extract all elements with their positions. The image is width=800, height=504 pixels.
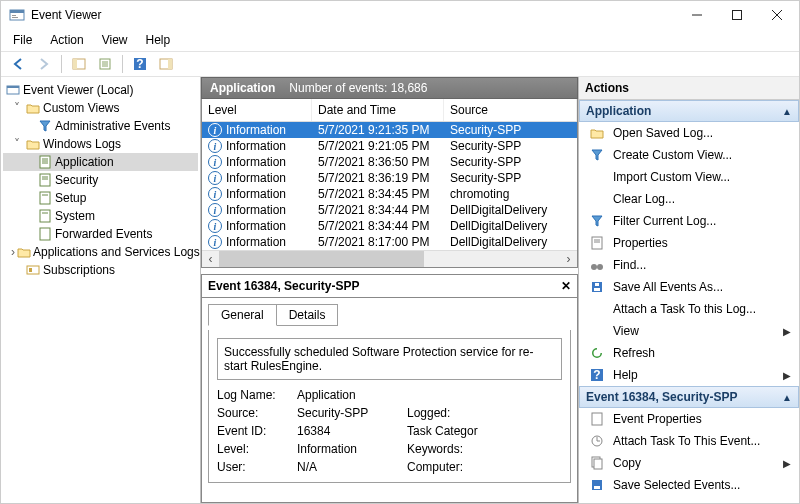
action-create-custom-view[interactable]: Create Custom View... (579, 144, 799, 166)
cell-datetime: 5/7/2021 8:34:45 PM (312, 186, 444, 202)
info-icon: i (208, 139, 222, 153)
action-event-properties[interactable]: Event Properties (579, 408, 799, 430)
detail-title: Event 16384, Security-SPP (208, 279, 359, 293)
menu-view[interactable]: View (94, 31, 136, 49)
center-pane: Application Number of events: 18,686 Lev… (201, 77, 579, 503)
cell-level: Information (226, 235, 286, 249)
cell-source: chromoting (444, 186, 577, 202)
tree-admin-events[interactable]: Administrative Events (3, 117, 198, 135)
tab-general[interactable]: General (208, 304, 277, 326)
svg-rect-34 (592, 237, 602, 249)
svg-rect-17 (168, 59, 172, 69)
event-grid[interactable]: Level Date and Time Source iInformation5… (201, 99, 578, 268)
info-icon: i (208, 203, 222, 217)
eventviewer-icon (5, 82, 21, 98)
log-icon (37, 154, 53, 170)
close-button[interactable] (757, 1, 797, 29)
menu-help[interactable]: Help (138, 31, 179, 49)
show-hide-tree-button[interactable] (68, 54, 90, 74)
table-row[interactable]: iInformation5/7/2021 8:36:19 PMSecurity-… (202, 170, 577, 186)
menu-file[interactable]: File (5, 31, 40, 49)
action-filter-log[interactable]: Filter Current Log... (579, 210, 799, 232)
close-detail-button[interactable]: ✕ (561, 279, 571, 293)
svg-rect-24 (40, 174, 50, 186)
chevron-up-icon: ▲ (782, 106, 792, 117)
col-date[interactable]: Date and Time (312, 99, 444, 121)
cell-datetime: 5/7/2021 8:36:19 PM (312, 170, 444, 186)
cell-level: Information (226, 203, 286, 217)
col-source[interactable]: Source (444, 99, 577, 121)
action-copy[interactable]: Copy▶ (579, 452, 799, 474)
grid-header[interactable]: Level Date and Time Source (202, 99, 577, 122)
task-icon (589, 301, 605, 317)
table-row[interactable]: iInformation5/7/2021 8:34:45 PMchromotin… (202, 186, 577, 202)
minimize-button[interactable] (677, 1, 717, 29)
log-name: Application (210, 81, 275, 95)
collapse-icon[interactable]: ˅ (11, 101, 23, 115)
toolbar-separator (122, 55, 123, 73)
properties-button[interactable] (94, 54, 116, 74)
horizontal-scrollbar[interactable]: ‹ › (202, 250, 577, 267)
scroll-thumb[interactable] (219, 251, 424, 267)
tree-forwarded-events[interactable]: Forwarded Events (3, 225, 198, 243)
tree-root[interactable]: Event Viewer (Local) (3, 81, 198, 99)
tree-label: Administrative Events (55, 119, 170, 133)
svg-text:?: ? (136, 57, 143, 71)
maximize-button[interactable] (717, 1, 757, 29)
tree-system[interactable]: System (3, 207, 198, 225)
svg-rect-41 (595, 283, 599, 286)
funnel-icon (589, 147, 605, 163)
tree-custom-views[interactable]: ˅Custom Views (3, 99, 198, 117)
action-clear-log[interactable]: Clear Log... (579, 188, 799, 210)
action-attach-task-event[interactable]: Attach Task To This Event... (579, 430, 799, 452)
menu-bar: File Action View Help (1, 29, 799, 51)
action-save-selected[interactable]: Save Selected Events... (579, 474, 799, 496)
navigation-tree[interactable]: Event Viewer (Local) ˅Custom Views Admin… (1, 77, 201, 503)
collapse-icon[interactable]: ˅ (11, 137, 23, 151)
cell-datetime: 5/7/2021 8:34:44 PM (312, 218, 444, 234)
back-button[interactable] (7, 54, 29, 74)
action-properties[interactable]: Properties (579, 232, 799, 254)
table-row[interactable]: iInformation5/7/2021 8:17:00 PMDellDigit… (202, 234, 577, 250)
table-row[interactable]: iInformation5/7/2021 8:36:50 PMSecurity-… (202, 154, 577, 170)
toolbar-separator (61, 55, 62, 73)
scroll-right-icon[interactable]: › (560, 251, 577, 268)
table-row[interactable]: iInformation5/7/2021 9:21:35 PMSecurity-… (202, 122, 577, 138)
tree-application[interactable]: Application (3, 153, 198, 171)
svg-rect-49 (594, 459, 602, 469)
actions-section-event[interactable]: Event 16384, Security-SPP▲ (579, 386, 799, 408)
scroll-track[interactable] (219, 251, 560, 267)
tree-setup[interactable]: Setup (3, 189, 198, 207)
table-row[interactable]: iInformation5/7/2021 9:21:05 PMSecurity-… (202, 138, 577, 154)
action-attach-task-log[interactable]: Attach a Task To this Log... (579, 298, 799, 320)
toolbar: ? (1, 51, 799, 77)
log-icon (37, 172, 53, 188)
forward-button[interactable] (33, 54, 55, 74)
tree-apps-services-logs[interactable]: ›Applications and Services Logs (3, 243, 198, 261)
tree-label: Subscriptions (43, 263, 115, 277)
scroll-left-icon[interactable]: ‹ (202, 251, 219, 268)
svg-point-38 (597, 264, 603, 270)
action-view[interactable]: View▶ (579, 320, 799, 342)
tree-windows-logs[interactable]: ˅Windows Logs (3, 135, 198, 153)
expand-icon[interactable]: › (11, 245, 15, 259)
tree-subscriptions[interactable]: Subscriptions (3, 261, 198, 279)
col-level[interactable]: Level (202, 99, 312, 121)
menu-action[interactable]: Action (42, 31, 91, 49)
action-open-saved-log[interactable]: Open Saved Log... (579, 122, 799, 144)
show-hide-action-pane-button[interactable] (155, 54, 177, 74)
actions-section-application[interactable]: Application▲ (579, 100, 799, 122)
help-button[interactable]: ? (129, 54, 151, 74)
action-refresh[interactable]: Refresh (579, 342, 799, 364)
table-row[interactable]: iInformation5/7/2021 8:34:44 PMDellDigit… (202, 218, 577, 234)
action-save-all[interactable]: Save All Events As... (579, 276, 799, 298)
action-help[interactable]: ?Help▶ (579, 364, 799, 386)
tab-details[interactable]: Details (276, 304, 339, 326)
action-import-custom-view[interactable]: Import Custom View... (579, 166, 799, 188)
action-find[interactable]: Find... (579, 254, 799, 276)
tree-security[interactable]: Security (3, 171, 198, 189)
task-icon (589, 433, 605, 449)
filter-icon (37, 118, 53, 134)
cell-datetime: 5/7/2021 8:36:50 PM (312, 154, 444, 170)
table-row[interactable]: iInformation5/7/2021 8:34:44 PMDellDigit… (202, 202, 577, 218)
